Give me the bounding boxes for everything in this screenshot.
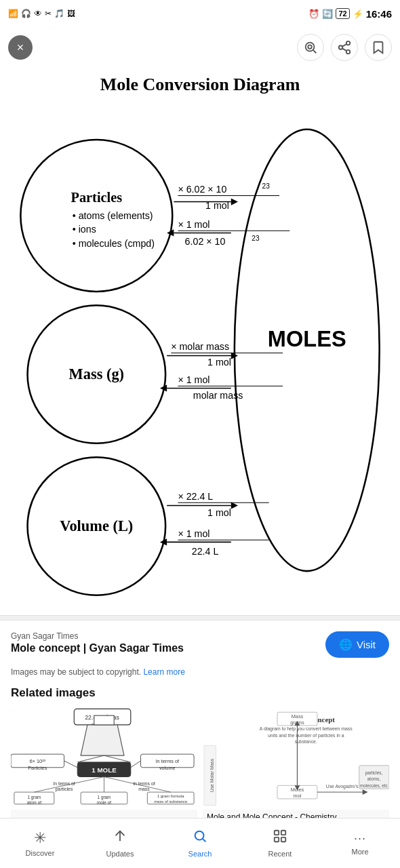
svg-point-0 — [306, 43, 315, 52]
svg-text:Use Avogadro's N: Use Avogadro's N — [326, 784, 363, 789]
bolt-icon: ⚡ — [353, 9, 363, 19]
mole-diagram-svg: MOLES Particles • atoms (elements) • ion… — [7, 102, 393, 599]
svg-text:× molar mass: × molar mass — [171, 341, 229, 352]
related-images-title: Related images — [11, 686, 389, 700]
svg-rect-110 — [275, 837, 279, 842]
status-bar: 📶 🎧 👁 ✂ 🎵 🖼 ⏰ 🔄 72 ⚡ 16:46 — [0, 0, 400, 27]
svg-point-106 — [195, 831, 204, 840]
svg-text:In terms of: In terms of — [155, 758, 180, 764]
nav-item-more[interactable]: ··· More — [320, 826, 400, 861]
svg-rect-108 — [275, 831, 279, 835]
svg-text:23: 23 — [262, 182, 271, 190]
svg-text:6× 10²³: 6× 10²³ — [30, 758, 46, 764]
eye-icon: 👁 — [34, 9, 42, 18]
image-icon: 🖼 — [67, 9, 75, 18]
svg-rect-111 — [281, 837, 285, 842]
related-images-section: Related images 22.4 L of gas at N.T.P or… — [0, 686, 400, 840]
svg-text:MOLES: MOLES — [268, 327, 346, 351]
related-item[interactable]: The Mole Concept A diagram to help you c… — [203, 708, 389, 833]
svg-rect-109 — [281, 831, 285, 835]
related-images-grid: 22.4 L of gas at N.T.P or 1 MOLE 6× 10²³… — [11, 708, 389, 833]
svg-text:A diagram to help you convert : A diagram to help you convert between ma… — [260, 726, 353, 732]
svg-text:Mass: Mass — [292, 713, 304, 719]
related-thumb-2: The Mole Concept A diagram to help you c… — [203, 708, 389, 810]
visit-button[interactable]: 🌐 Visit — [325, 631, 389, 658]
svg-text:In terms of: In terms of — [53, 781, 75, 786]
svg-text:× 1 mol: × 1 mol — [178, 528, 209, 539]
svg-text:× 6.02 × 10: × 6.02 × 10 — [178, 184, 226, 195]
search-icon — [193, 829, 207, 848]
scissors-icon: ✂ — [45, 9, 52, 18]
svg-rect-54 — [94, 715, 114, 725]
nav-item-discover[interactable]: ✳ Discover — [0, 824, 80, 863]
related-item[interactable]: 22.4 L of gas at N.T.P or 1 MOLE 6× 10²³… — [11, 708, 197, 833]
time-display: 16:46 — [366, 8, 392, 20]
svg-text:Use Molar Mass: Use Molar Mass — [209, 758, 214, 792]
svg-marker-97 — [363, 789, 368, 795]
status-right: ⏰ 🔄 72 ⚡ 16:46 — [308, 8, 392, 20]
related-item-meta-1 — [11, 810, 197, 815]
svg-line-2 — [313, 50, 317, 54]
svg-text:1 mol: 1 mol — [207, 357, 231, 368]
svg-text:volume: volume — [159, 765, 176, 771]
svg-text:Particles: Particles — [28, 765, 47, 771]
svg-text:Particles: Particles — [71, 190, 122, 205]
svg-point-4 — [339, 45, 343, 50]
svg-text:atoms,: atoms, — [367, 776, 380, 781]
section-separator — [0, 615, 400, 620]
bookmark-button[interactable] — [365, 34, 392, 61]
svg-line-6 — [342, 48, 346, 51]
main-image-area: Mole Conversion Diagram MOLES Particles … — [0, 68, 400, 615]
svg-text:In terms of: In terms of — [133, 781, 155, 786]
discover-icon: ✳ — [34, 829, 46, 847]
svg-text:particles,: particles, — [365, 770, 383, 775]
globe-icon: 🌐 — [339, 638, 353, 651]
svg-text:atom of: atom of — [27, 800, 41, 805]
copyright-section: Images may be subject to copyright. Lear… — [0, 665, 400, 686]
recent-icon — [273, 829, 287, 848]
source-name: Gyan Sagar Times — [11, 631, 184, 641]
info-section: Gyan Sagar Times Mole concept | Gyan Sag… — [0, 620, 400, 665]
svg-text:× 22.4 L: × 22.4 L — [178, 491, 213, 502]
learn-more-link[interactable]: Learn more — [143, 667, 184, 677]
share-button[interactable] — [331, 34, 358, 61]
svg-text:• atoms (elements): • atoms (elements) — [73, 210, 153, 221]
rotate-icon: 🔄 — [322, 9, 333, 19]
nav-item-updates[interactable]: Updates — [80, 823, 160, 863]
more-icon: ··· — [354, 831, 366, 846]
svg-line-65 — [64, 761, 78, 768]
svg-text:1 MOLE: 1 MOLE — [92, 766, 117, 773]
svg-text:units and the number of partic: units and the number of particles in a — [268, 732, 344, 738]
page-title: Mole concept | Gyan Sagar Times — [11, 642, 184, 654]
diagram-title: Mole Conversion Diagram — [7, 75, 393, 95]
svg-text:mol: mol — [294, 793, 302, 799]
nav-item-search[interactable]: Search — [160, 823, 240, 863]
svg-line-107 — [203, 839, 205, 842]
svg-text:1 gram formula: 1 gram formula — [157, 794, 184, 798]
music-icon: 🎵 — [54, 9, 64, 18]
lens-button[interactable] — [297, 34, 324, 61]
svg-point-5 — [346, 50, 351, 54]
svg-text:22.4 L: 22.4 L — [192, 546, 219, 557]
info-text: Gyan Sagar Times Mole concept | Gyan Sag… — [11, 631, 184, 654]
svg-line-64 — [104, 755, 131, 762]
svg-point-3 — [346, 41, 351, 45]
svg-text:1 gram: 1 gram — [98, 795, 111, 800]
svg-text:Volume (L): Volume (L) — [60, 517, 133, 534]
svg-text:molecules, etc: molecules, etc — [360, 783, 388, 788]
nav-item-recent[interactable]: Recent — [240, 823, 320, 863]
svg-line-7 — [342, 44, 346, 47]
close-button[interactable]: × — [8, 35, 33, 60]
signal-icon: 📶 — [8, 9, 18, 18]
svg-text:molar mass: molar mass — [193, 390, 243, 401]
bottom-navigation: ✳ Discover Updates Search Recen — [0, 818, 400, 868]
status-left: 📶 🎧 👁 ✂ 🎵 🖼 — [8, 9, 75, 18]
battery-indicator: 72 — [336, 8, 349, 19]
svg-text:• molecules (cmpd): • molecules (cmpd) — [73, 238, 155, 249]
right-action-icons — [297, 34, 392, 61]
svg-text:× 1 mol: × 1 mol — [178, 219, 209, 230]
svg-text:1 mol: 1 mol — [207, 507, 231, 518]
updates-icon — [113, 829, 127, 848]
svg-text:mole of: mole of — [97, 800, 111, 805]
svg-text:substance.: substance. — [295, 739, 317, 744]
